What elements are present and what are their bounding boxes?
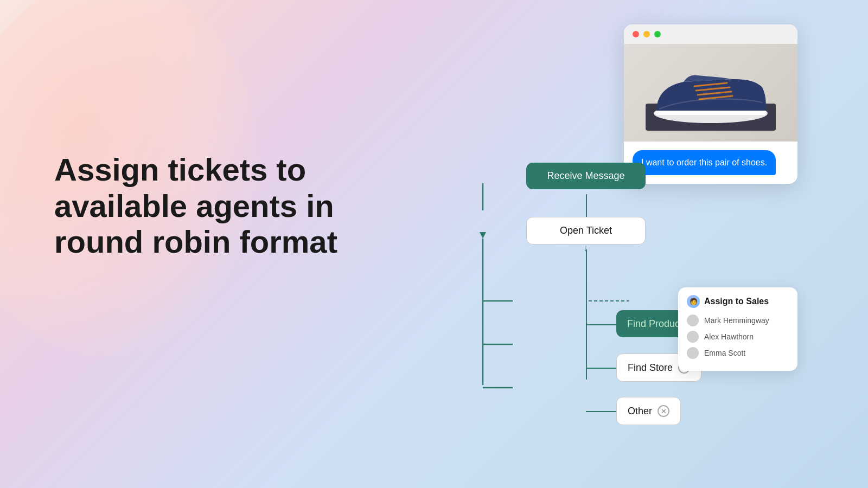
agent-row-1: Mark Hemmingway (687, 314, 789, 326)
chat-message-area: I want to order this pair of shoes. (624, 142, 797, 184)
agent-row-3: Emma Scott (687, 347, 789, 359)
open-ticket-node: Open Ticket ↓ (483, 217, 646, 245)
agent-name-3: Emma Scott (704, 349, 745, 357)
chat-window: I want to order this pair of shoes. (624, 24, 797, 184)
line-to-find-product (586, 324, 616, 325)
heading-block: Assign tickets to available agents in ro… (54, 152, 358, 260)
shoe-image (624, 44, 797, 142)
agent-avatar-2 (687, 331, 699, 343)
line-to-find-store (586, 368, 616, 369)
line-open-to-branch (586, 249, 587, 380)
agent-row-2: Alex Hawthorn (687, 331, 789, 343)
line-receive-to-open (586, 194, 587, 217)
agent-avatar-1 (687, 314, 699, 326)
chat-titlebar (624, 24, 797, 44)
assign-to-sales-panel: 🧑 Assign to Sales Mark Hemmingway Alex H… (678, 287, 797, 371)
assign-panel-title: 🧑 Assign to Sales (687, 295, 789, 308)
agent-name-2: Alex Hawthorn (704, 332, 754, 341)
receive-message-node: Receive Message (483, 163, 646, 189)
svg-rect-6 (655, 111, 766, 115)
line-to-other (586, 411, 616, 412)
agent-name-1: Mark Hemmingway (704, 316, 769, 325)
window-dot-red (633, 31, 639, 37)
open-ticket-label: Open Ticket ↓ (526, 217, 646, 245)
other-label: Other ✕ (616, 397, 681, 425)
receive-message-label: Receive Message (526, 163, 646, 189)
agent-avatar-3 (687, 347, 699, 359)
window-dot-green (654, 31, 661, 37)
window-dot-yellow (643, 31, 650, 37)
other-x-icon: ✕ (658, 405, 669, 417)
page-title: Assign tickets to available agents in ro… (54, 152, 358, 260)
other-node: Other ✕ (616, 397, 681, 425)
chat-bubble: I want to order this pair of shoes. (633, 150, 776, 175)
shoe-visual (624, 44, 797, 142)
assign-icon: 🧑 (687, 295, 700, 308)
